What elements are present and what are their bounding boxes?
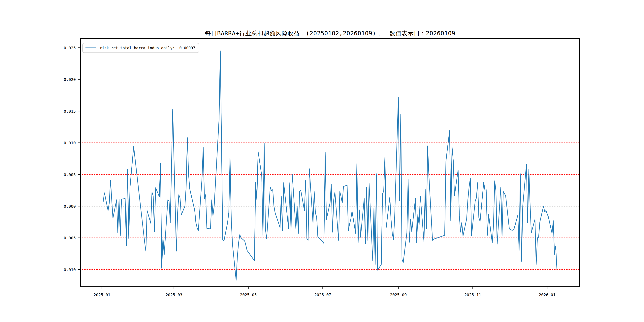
series-line — [103, 51, 557, 280]
x-tick-label: 2025-03 — [166, 292, 182, 297]
y-tick-label: 0.010 — [64, 140, 76, 145]
legend-line-icon — [86, 48, 96, 48]
y-tick-label: 0.000 — [64, 204, 76, 209]
x-tick-label: 2025-11 — [464, 292, 481, 297]
x-tick-label: 2026-01 — [539, 292, 556, 297]
legend: risk_ret_total_barra_indus_daily: -0.009… — [82, 43, 199, 53]
x-tick-label: 2025-05 — [240, 292, 256, 297]
y-tick-label: 0.020 — [64, 77, 76, 82]
y-tick-label: 0.015 — [64, 109, 76, 114]
y-tick-label: 0.005 — [64, 172, 76, 177]
y-tick-label: 0.025 — [64, 46, 76, 50]
y-tick-label: -0.005 — [62, 236, 76, 240]
y-tick-label: -0.010 — [62, 267, 76, 272]
x-tick-label: 2025-09 — [390, 292, 407, 297]
legend-label: risk_ret_total_barra_indus_daily: -0.009… — [100, 46, 195, 50]
axes-border — [80, 38, 580, 286]
x-tick-label: 2025-01 — [94, 292, 110, 297]
x-tick-label: 2025-07 — [314, 292, 331, 297]
figure-canvas: 每日BARRA+行业总和超额风险收益，(20250102,20260109)， … — [0, 0, 644, 322]
